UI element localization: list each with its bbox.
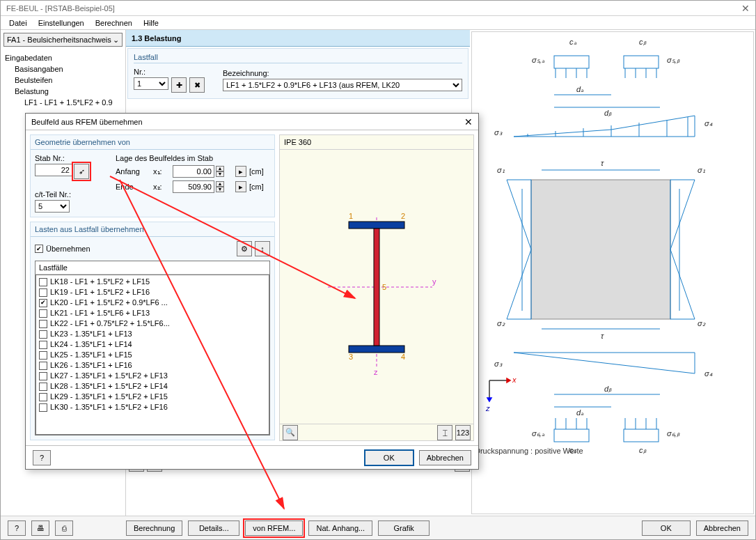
- tree-lf1[interactable]: LF1 - LF1 + 1.5*LF2 + 0.9: [5, 97, 121, 108]
- nav-tree[interactable]: Eingabedaten Basisangaben Beulsteifen Be…: [1, 49, 125, 111]
- x2-input[interactable]: [173, 180, 214, 193]
- lastfall-item[interactable]: LK27 - 1.35*LF1 + 1.5*LF2 + LF13: [39, 371, 266, 381]
- lastfaelle-list[interactable]: LK18 - LF1 + 1.5*LF2 + LF15LK19 - LF1 + …: [36, 275, 269, 435]
- lastfall-item[interactable]: ✔LK20 - LF1 + 1.5*LF2 + 0.9*LF6 ...: [39, 298, 266, 308]
- berechnung-button[interactable]: Berechnung: [126, 520, 182, 536]
- svg-marker-27: [514, 353, 695, 373]
- lastfall-item[interactable]: LK25 - 1.35*LF1 + LF15: [39, 350, 266, 360]
- lastfall-heading: Lastfall: [134, 52, 462, 63]
- lastfall-item[interactable]: LK30 - 1.35*LF1 + 1.5*LF2 + LF16: [39, 402, 266, 412]
- lastfall-item[interactable]: LK21 - LF1 + 1.5*LF6 + LF13: [39, 308, 266, 318]
- print-icon[interactable]: 🖶: [31, 520, 49, 536]
- analysis-combo[interactable]: FA1 - Beulsicherheitsnachweis: [3, 33, 123, 47]
- section-view-icon[interactable]: ⌶: [437, 425, 452, 440]
- svg-text:1: 1: [349, 212, 353, 220]
- title-bar: FE-BEUL - [RSTAB-Beispiel-05] ✕: [1, 1, 755, 16]
- svg-text:cᵦ: cᵦ: [639, 446, 647, 454]
- beulfeld-dialog: Beulfeld aus RFEM übernehmen ✕ Geometrie…: [25, 113, 479, 470]
- svg-text:σ₄: σ₄: [704, 119, 713, 128]
- svg-text:σ₅,ₐ: σ₅,ₐ: [532, 56, 545, 64]
- abbrechen-button[interactable]: Abbrechen: [696, 520, 748, 536]
- stab-label: Stab Nr.:: [35, 154, 111, 162]
- bezeichnung-select[interactable]: LF1 + 1.5*LF2 + 0.9*LF6 + LF13 (aus RFEM…: [223, 79, 462, 91]
- ct-select[interactable]: 5: [35, 200, 70, 213]
- lastfall-item[interactable]: LK22 - LF1 + 0.75*LF2 + 1.5*LF6...: [39, 318, 266, 329]
- pick-stab-button[interactable]: ➶: [74, 164, 89, 179]
- menu-berechnen[interactable]: Berechnen: [90, 17, 138, 29]
- lastfall-item[interactable]: LK26 - 1.35*LF1 + LF16: [39, 360, 266, 371]
- values-icon[interactable]: 123: [455, 425, 471, 440]
- x2-set-icon[interactable]: ▸: [235, 181, 246, 192]
- svg-text:τ: τ: [601, 332, 604, 340]
- menu-hilfe[interactable]: Hilfe: [138, 17, 164, 29]
- lastfall-item[interactable]: LK29 - 1.35*LF1 + 1.5*LF2 + LF15: [39, 392, 266, 402]
- svg-text:σ₃: σ₃: [494, 360, 503, 368]
- svg-rect-0: [531, 180, 670, 319]
- ct-label: c/t-Teil Nr.:: [35, 190, 111, 199]
- x1-unit: [cm]: [249, 167, 270, 176]
- nat-anhang-button[interactable]: Nat. Anhang...: [308, 520, 372, 536]
- lasten-group: Lasten aus Lastfall übernehmen ✔Übernehm…: [30, 222, 275, 440]
- lastfall-item[interactable]: LK18 - LF1 + 1.5*LF2 + LF15: [39, 277, 266, 287]
- lastfall-item[interactable]: LK19 - LF1 + 1.5*LF2 + LF16: [39, 287, 266, 298]
- tree-belastung[interactable]: Belastung: [5, 86, 121, 97]
- svg-rect-2: [624, 56, 659, 68]
- x2-up[interactable]: ▲: [216, 181, 224, 187]
- ok-button[interactable]: OK: [642, 520, 691, 536]
- preview-title: IPE 360: [280, 135, 473, 150]
- x1-up[interactable]: ▲: [216, 166, 224, 171]
- details-button[interactable]: Details...: [188, 520, 239, 536]
- nr-select[interactable]: 1: [134, 77, 168, 90]
- svg-text:σ₁: σ₁: [497, 166, 505, 174]
- svg-text:σ₅,ᵦ: σ₅,ᵦ: [667, 56, 680, 64]
- lastfall-item[interactable]: LK23 - 1.35*LF1 + LF13: [39, 329, 266, 339]
- svg-text:z: z: [485, 404, 490, 412]
- von-rfem-button[interactable]: von RFEM...: [245, 520, 303, 536]
- anfang-label: Anfang: [116, 167, 150, 176]
- svg-text:x: x: [512, 376, 517, 384]
- lasten-heading: Lasten aus Lastfall übernehmen: [31, 222, 274, 237]
- menu-bar: Datei Einstellungen Berechnen Hilfe: [1, 16, 755, 30]
- filter-icon[interactable]: ⚙: [237, 241, 252, 256]
- svg-text:5: 5: [382, 283, 386, 291]
- menu-einstellungen[interactable]: Einstellungen: [33, 17, 90, 29]
- svg-rect-74: [349, 222, 404, 229]
- dialog-title-bar: Beulfeld aus RFEM übernehmen ✕: [26, 114, 478, 130]
- dialog-close-icon[interactable]: ✕: [464, 116, 473, 128]
- dialog-bottom-bar: ? OK Abbrechen: [26, 445, 478, 469]
- x1-label: x₁:: [153, 167, 170, 176]
- tree-basisangaben[interactable]: Basisangaben: [5, 63, 121, 75]
- geometrie-group: Geometrie übernehmen von Stab Nr.: ➶ c/t…: [30, 134, 275, 217]
- tree-root[interactable]: Eingabedaten: [5, 52, 121, 63]
- export-icon[interactable]: ⎙: [55, 520, 73, 536]
- dialog-title: Beulfeld aus RFEM übernehmen: [31, 118, 143, 126]
- delete-button[interactable]: ✖: [189, 77, 205, 93]
- x2-down[interactable]: ▼: [216, 187, 224, 192]
- uebernehmen-check[interactable]: ✔Übernehmen: [35, 244, 90, 254]
- svg-rect-29: [624, 429, 659, 442]
- x1-set-icon[interactable]: ▸: [235, 166, 246, 177]
- menu-datei[interactable]: Datei: [3, 17, 33, 29]
- lastfall-item[interactable]: LK28 - 1.35*LF1 + 1.5*LF2 + LF14: [39, 381, 266, 392]
- svg-text:dᵦ: dᵦ: [604, 109, 612, 117]
- dialog-ok-button[interactable]: OK: [365, 450, 414, 465]
- x1-down[interactable]: ▼: [216, 171, 224, 177]
- svg-marker-21: [670, 180, 695, 249]
- sort-icon[interactable]: ↕: [255, 241, 270, 256]
- bezeichnung-label: Bezeichnung:: [223, 69, 462, 77]
- dialog-help-icon[interactable]: ?: [33, 450, 51, 465]
- ipe-section-svg: y z 12 34 5: [314, 196, 439, 378]
- tree-beulsteifen[interactable]: Beulsteifen: [5, 75, 121, 86]
- lastfall-item[interactable]: LK24 - 1.35*LF1 + LF14: [39, 339, 266, 350]
- zoom-icon[interactable]: 🔍: [283, 425, 298, 440]
- add-button[interactable]: ✚: [171, 77, 187, 93]
- help-icon[interactable]: ?: [8, 520, 26, 536]
- ende-label: Ende: [116, 183, 150, 191]
- dialog-cancel-button[interactable]: Abbrechen: [419, 450, 471, 465]
- close-icon[interactable]: ✕: [741, 3, 750, 14]
- svg-marker-11: [514, 116, 695, 137]
- svg-text:4: 4: [401, 353, 405, 361]
- stab-input[interactable]: [35, 164, 72, 176]
- grafik-button[interactable]: Grafik: [378, 520, 430, 536]
- x1-input[interactable]: [173, 165, 214, 178]
